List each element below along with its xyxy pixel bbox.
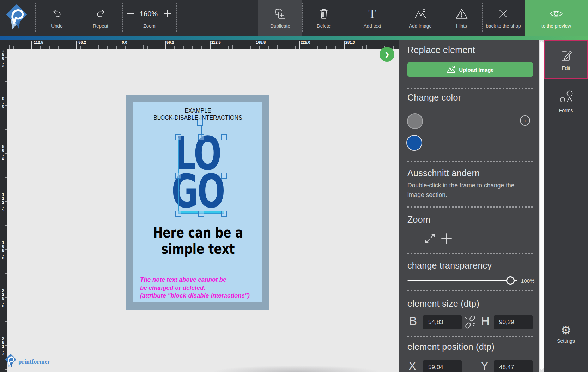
ruler-label: -112.5 xyxy=(32,40,43,44)
change-color-heading: Change color xyxy=(407,92,461,103)
panel-toggle-button[interactable]: ❯ xyxy=(380,47,394,62)
x-position-input[interactable] xyxy=(423,360,462,372)
element-zoom-in-icon[interactable] xyxy=(441,233,453,246)
zoom-in-icon[interactable] xyxy=(163,9,172,19)
ruler-tick xyxy=(5,158,7,158)
preview-button[interactable]: to the preview xyxy=(525,0,588,36)
add-image-button[interactable]: Add image xyxy=(400,0,441,36)
rotation-handle[interactable] xyxy=(197,120,203,126)
element-zoom-out-icon[interactable] xyxy=(410,238,419,244)
ruler-tick xyxy=(340,46,340,49)
ruler-tick xyxy=(13,46,14,49)
ruler-tick xyxy=(143,45,144,49)
tab-edit[interactable]: Edit xyxy=(544,40,588,79)
ruler-tick xyxy=(5,297,7,298)
add-image-label: Add image xyxy=(409,23,432,29)
add-text-button[interactable]: T Add text xyxy=(345,0,400,36)
progress-gradient-bar xyxy=(0,36,588,40)
ruler-tick xyxy=(5,259,7,259)
undo-button[interactable]: Undo xyxy=(35,0,79,36)
ruler-tick xyxy=(5,62,7,62)
ruler-tick xyxy=(344,41,345,49)
resize-handle-sw[interactable] xyxy=(175,211,181,217)
resize-handle-e[interactable] xyxy=(221,173,227,179)
undo-label: Undo xyxy=(51,23,62,29)
upload-image-button[interactable]: Upload Image xyxy=(407,62,533,77)
card-heading-text: EXAMPLE BLOCK-DISABLE-INTERACTIONS xyxy=(133,107,262,121)
duplicate-icon xyxy=(275,7,286,20)
ruler-tick xyxy=(152,46,152,49)
blocked-note-text: The note text above cannot be be changed… xyxy=(140,276,256,300)
height-input[interactable] xyxy=(494,315,533,329)
duplicate-button[interactable]: Duplicate xyxy=(258,0,302,36)
repeat-label: Repeat xyxy=(93,23,108,29)
v-ruler: -56.20.056.2112.5168.8225.0281.3 xyxy=(0,40,7,372)
simple-text-element[interactable]: Here can be a simple text xyxy=(133,224,262,257)
resize-handle-w[interactable] xyxy=(175,173,181,179)
ruler-tick xyxy=(237,46,237,49)
color-swatch-blue[interactable] xyxy=(406,135,422,151)
panel-divider xyxy=(407,253,533,254)
ruler-tick xyxy=(309,46,309,49)
ruler-tick xyxy=(197,46,197,49)
panel-scrollbar[interactable] xyxy=(539,40,544,372)
ruler-tick xyxy=(0,96,7,96)
ruler-tick xyxy=(5,182,7,182)
info-button[interactable]: i xyxy=(520,115,530,126)
element-position-heading: element position (dtp) xyxy=(407,342,495,352)
transparency-slider-thumb[interactable] xyxy=(506,276,515,285)
undo-icon xyxy=(52,7,62,20)
back-to-shop-label: back to the shop xyxy=(486,23,521,29)
printformer-logo-icon[interactable] xyxy=(6,4,27,32)
tab-settings[interactable]: ⚙ Settings xyxy=(544,318,588,350)
width-input[interactable] xyxy=(423,315,462,329)
y-position-label: Y xyxy=(481,359,489,372)
repeat-button[interactable]: Repeat xyxy=(79,0,122,36)
ruler-tick xyxy=(27,46,27,49)
resize-handle-ne[interactable] xyxy=(221,134,227,140)
panel-scrollbar-thumb[interactable] xyxy=(540,41,544,370)
ruler-tick xyxy=(0,288,7,288)
element-zoom-fit-icon[interactable] xyxy=(425,233,435,245)
back-to-shop-button[interactable]: back to the shop xyxy=(482,0,525,36)
ruler-tick xyxy=(299,41,300,49)
ruler-tick xyxy=(5,331,7,331)
ruler-tick xyxy=(130,46,130,49)
color-swatch-gray[interactable] xyxy=(407,113,423,129)
ruler-tick xyxy=(67,46,67,49)
zoom-out-icon[interactable] xyxy=(127,13,134,14)
ruler-tick xyxy=(5,225,7,226)
ruler-tick xyxy=(322,45,322,49)
gear-icon: ⚙ xyxy=(561,324,571,337)
ruler-tick xyxy=(215,46,215,49)
ruler-tick xyxy=(5,77,7,77)
delete-button[interactable]: Delete xyxy=(302,0,345,36)
ruler-tick xyxy=(228,46,229,49)
resize-handle-nw[interactable] xyxy=(175,134,181,140)
ruler-tick xyxy=(40,46,41,49)
ruler-tick xyxy=(210,41,211,49)
ruler-tick xyxy=(277,45,278,49)
resize-handle-s[interactable] xyxy=(198,211,204,217)
broken-link-icon[interactable] xyxy=(464,315,476,330)
resize-handle-se[interactable] xyxy=(221,211,227,217)
ruler-label: 225.0 xyxy=(1,289,5,308)
panel-divider xyxy=(407,336,533,337)
duplicate-label: Duplicate xyxy=(270,23,290,29)
settings-label: Settings xyxy=(557,338,575,344)
ruler-tick xyxy=(107,46,108,49)
selection-box[interactable] xyxy=(178,138,224,214)
ruler-tick xyxy=(157,46,157,49)
resize-handle-n[interactable] xyxy=(198,134,204,140)
y-position-input[interactable] xyxy=(494,360,533,372)
panel-divider xyxy=(407,290,533,291)
transparency-slider-track[interactable] xyxy=(407,280,517,281)
hints-button[interactable]: Hints xyxy=(441,0,482,36)
ruler-tick xyxy=(5,125,7,125)
ruler-tick xyxy=(80,46,81,49)
tab-forms[interactable]: Forms xyxy=(544,86,588,118)
ruler-tick xyxy=(116,46,117,49)
ruler-tick xyxy=(376,46,376,49)
brand-footer: printformer xyxy=(5,354,50,370)
panel-divider xyxy=(407,88,533,89)
